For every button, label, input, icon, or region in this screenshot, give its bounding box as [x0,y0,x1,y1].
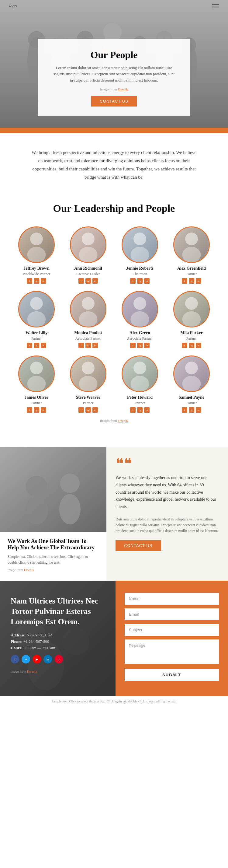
avatar-3 [173,226,210,263]
contact-submit-button[interactable]: SUBMIT [125,669,219,681]
team-member-5: Monica Pouliot Associate Partner f ig in [64,291,112,348]
avatar-6 [122,291,158,328]
instagram-icon-2[interactable]: ig [137,278,142,284]
contact-facebook-icon[interactable]: f [11,655,19,663]
member-name-2: Jennie Roberts [126,266,154,271]
facebook-icon-9[interactable]: f [78,407,84,413]
instagram-icon-10[interactable]: ig [137,407,142,413]
hamburger-menu[interactable] [212,4,219,8]
instagram-icon-6[interactable]: ig [137,343,142,348]
linkedin-icon-4[interactable]: in [41,343,46,348]
contact-linkedin-icon[interactable]: in [43,655,52,663]
linkedin-icon-7[interactable]: in [196,343,201,348]
svg-point-23 [185,232,198,245]
global-left-panel: We Work As One Global Team To Help You A… [0,447,106,581]
hero-title: Our People [53,49,175,61]
linkedin-icon-9[interactable]: in [92,407,98,413]
avatar-7 [173,291,210,328]
hero-contact-button[interactable]: CONTACT US [91,96,136,106]
svg-point-43 [26,476,47,497]
facebook-icon-10[interactable]: f [130,407,136,413]
social-icons-11: f ig in [182,407,201,413]
svg-point-26 [27,311,46,327]
member-role-1: Creative Leader [76,272,100,276]
svg-point-30 [131,311,149,327]
social-icons-0: f ig in [27,278,46,284]
facebook-icon-3[interactable]: f [182,278,187,284]
svg-point-22 [131,247,149,262]
team-member-11: Samuel Payne Partner f ig in [167,355,216,413]
facebook-icon-4[interactable]: f [27,343,32,348]
facebook-icon-2[interactable]: f [130,278,136,284]
linkedin-icon-5[interactable]: in [92,343,98,348]
social-icons-8: f ig in [27,407,46,413]
instagram-icon-11[interactable]: ig [189,407,194,413]
instagram-icon-3[interactable]: ig [189,278,194,284]
facebook-icon-1[interactable]: f [78,278,84,284]
facebook-icon-6[interactable]: f [130,343,136,348]
team-member-0: Jeffrey Brown Worldwide Partner f ig in [12,226,61,284]
global-right-panel: ❝❝ We work seamlessly together as one fi… [106,447,228,581]
instagram-icon-8[interactable]: ig [34,407,39,413]
svg-point-45 [60,473,79,493]
member-name-1: Ann Richmond [74,266,102,271]
linkedin-icon-1[interactable]: in [92,278,98,284]
social-icons-6: f ig in [130,343,150,348]
contact-youtube-icon[interactable]: ▶ [33,655,41,663]
social-icons-3: f ig in [182,278,201,284]
contact-message-input[interactable] [125,640,219,664]
instagram-icon-7[interactable]: ig [189,343,194,348]
avatar-2 [122,226,158,263]
global-body: Sample text. Click to select the text bo… [8,554,99,565]
member-name-0: Jeffrey Brown [24,266,49,271]
instagram-icon-1[interactable]: ig [86,278,91,284]
linkedin-icon-6[interactable]: in [144,343,150,348]
member-name-11: Samuel Payne [179,395,204,400]
contact-info-panel: Nam Ultrices Ultrices Nec Tortor Pulvina… [0,581,116,696]
linkedin-icon-2[interactable]: in [144,278,150,284]
linkedin-icon-11[interactable]: in [196,407,201,413]
svg-point-44 [25,497,48,524]
member-name-7: Mila Parker [180,331,202,335]
facebook-icon-11[interactable]: f [182,407,187,413]
svg-point-35 [82,362,95,374]
global-left-text: We Work As One Global Team To Help You A… [0,532,106,581]
member-role-7: Partner [186,336,197,341]
facebook-icon-5[interactable]: f [78,343,84,348]
contact-form-panel: SUBMIT [116,581,228,696]
leadership-image-credit: images from Freepik [12,419,216,423]
svg-point-28 [79,311,98,327]
global-contact-button[interactable]: CONTACT US [116,540,161,551]
instagram-icon-4[interactable]: ig [34,343,39,348]
member-role-8: Partner [31,401,42,405]
contact-twitter-icon[interactable]: ✦ [22,655,30,663]
team-member-8: James Oliver Partner f ig in [12,355,61,413]
linkedin-icon-8[interactable]: in [41,407,46,413]
svg-rect-42 [0,447,106,532]
avatar-4 [18,291,55,328]
contact-email-input[interactable] [125,609,219,620]
linkedin-icon-10[interactable]: in [144,407,150,413]
linkedin-icon-3[interactable]: in [196,278,201,284]
social-icons-10: f ig in [130,407,150,413]
tagline-section: We bring a fresh perspective and infecti… [0,133,228,196]
instagram-icon-9[interactable]: ig [86,407,91,413]
social-icons-5: f ig in [78,343,98,348]
contact-social-icons: f ✦ ▶ in p [11,655,105,663]
header: logo [0,0,228,12]
svg-point-21 [133,232,146,245]
contact-section: Nam Ultrices Ultrices Nec Tortor Pulvina… [0,581,228,696]
facebook-icon-7[interactable]: f [182,343,187,348]
social-icons-7: f ig in [182,343,201,348]
instagram-icon-5[interactable]: ig [86,343,91,348]
member-name-6: Alex Green [130,331,150,335]
instagram-icon-0[interactable]: ig [34,278,39,284]
contact-name-input[interactable] [125,593,219,605]
team-member-3: Alex Greenfield Partner f ig in [167,226,216,284]
facebook-icon-8[interactable]: f [27,407,32,413]
contact-subject-input[interactable] [125,624,219,636]
contact-pinterest-icon[interactable]: p [55,655,63,663]
member-name-4: Walter Lilly [26,331,47,335]
linkedin-icon-0[interactable]: in [41,278,46,284]
facebook-icon-0[interactable]: f [27,278,32,284]
